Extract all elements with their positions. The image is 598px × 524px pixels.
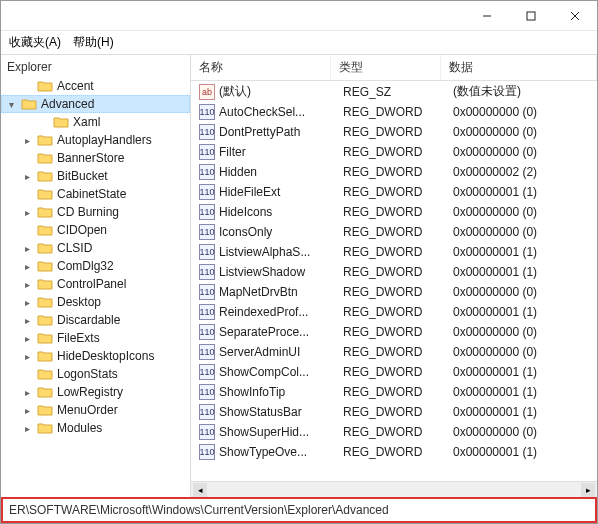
- folder-icon: [37, 403, 53, 417]
- value-name: (默认): [219, 83, 335, 100]
- expander-icon[interactable]: ▸: [21, 297, 33, 308]
- tree-item-label: ComDlg32: [57, 259, 114, 273]
- folder-icon: [37, 295, 53, 309]
- expander-icon[interactable]: ▸: [21, 387, 33, 398]
- tree-item-clsid[interactable]: ▸CLSID: [1, 239, 190, 257]
- value-data: 0x00000001 (1): [445, 405, 597, 419]
- tree-item-cd-burning[interactable]: ▸CD Burning: [1, 203, 190, 221]
- column-type[interactable]: 类型: [331, 55, 441, 80]
- registry-value-row[interactable]: 110ShowInfoTipREG_DWORD0x00000001 (1): [191, 382, 597, 402]
- list-body[interactable]: ab(默认)REG_SZ(数值未设置)110AutoCheckSel...REG…: [191, 81, 597, 481]
- value-data: 0x00000000 (0): [445, 145, 597, 159]
- expander-icon[interactable]: ▸: [21, 405, 33, 416]
- tree-item-discardable[interactable]: ▸Discardable: [1, 311, 190, 329]
- folder-icon: [37, 367, 53, 381]
- expander-icon[interactable]: ▸: [21, 351, 33, 362]
- dword-icon: 110: [199, 384, 215, 400]
- path-bar[interactable]: ER\SOFTWARE\Microsoft\Windows\CurrentVer…: [1, 497, 597, 523]
- registry-value-row[interactable]: 110FilterREG_DWORD0x00000000 (0): [191, 142, 597, 162]
- tree-item-lowregistry[interactable]: ▸LowRegistry: [1, 383, 190, 401]
- registry-value-row[interactable]: 110HideFileExtREG_DWORD0x00000001 (1): [191, 182, 597, 202]
- menubar: 收藏夹(A) 帮助(H): [1, 31, 597, 55]
- tree-item-cidopen[interactable]: CIDOpen: [1, 221, 190, 239]
- dword-icon: 110: [199, 364, 215, 380]
- column-data[interactable]: 数据: [441, 55, 597, 80]
- registry-value-row[interactable]: 110ShowSuperHid...REG_DWORD0x00000000 (0…: [191, 422, 597, 442]
- dword-icon: 110: [199, 404, 215, 420]
- value-data: 0x00000000 (0): [445, 345, 597, 359]
- tree-item-autoplayhandlers[interactable]: ▸AutoplayHandlers: [1, 131, 190, 149]
- registry-value-row[interactable]: 110MapNetDrvBtnREG_DWORD0x00000000 (0): [191, 282, 597, 302]
- tree-item-comdlg32[interactable]: ▸ComDlg32: [1, 257, 190, 275]
- menu-help[interactable]: 帮助(H): [73, 34, 114, 51]
- registry-value-row[interactable]: 110ShowTypeOve...REG_DWORD0x00000001 (1): [191, 442, 597, 462]
- expander-icon[interactable]: ▸: [21, 207, 33, 218]
- tree-item-modules[interactable]: ▸Modules: [1, 419, 190, 437]
- registry-value-row[interactable]: 110ShowCompCol...REG_DWORD0x00000001 (1): [191, 362, 597, 382]
- value-type: REG_DWORD: [335, 205, 445, 219]
- tree-item-bitbucket[interactable]: ▸BitBucket: [1, 167, 190, 185]
- value-type: REG_DWORD: [335, 425, 445, 439]
- tree-item-advanced[interactable]: ▾Advanced: [1, 95, 190, 113]
- expander-icon[interactable]: ▸: [21, 315, 33, 326]
- registry-value-row[interactable]: 110SeparateProce...REG_DWORD0x00000000 (…: [191, 322, 597, 342]
- tree-item-xaml[interactable]: Xaml: [1, 113, 190, 131]
- value-data: 0x00000001 (1): [445, 185, 597, 199]
- tree-item-menuorder[interactable]: ▸MenuOrder: [1, 401, 190, 419]
- tree-item-desktop[interactable]: ▸Desktop: [1, 293, 190, 311]
- expander-icon[interactable]: ▸: [21, 279, 33, 290]
- registry-value-row[interactable]: 110ListviewShadowREG_DWORD0x00000001 (1): [191, 262, 597, 282]
- menu-favorites[interactable]: 收藏夹(A): [9, 34, 61, 51]
- tree-item-hidedesktopicons[interactable]: ▸HideDesktopIcons: [1, 347, 190, 365]
- folder-icon: [37, 79, 53, 93]
- tree-item-bannerstore[interactable]: BannerStore: [1, 149, 190, 167]
- tree-item-label: Xaml: [73, 115, 100, 129]
- folder-icon: [37, 187, 53, 201]
- tree-item-accent[interactable]: Accent: [1, 77, 190, 95]
- value-data: 0x00000001 (1): [445, 385, 597, 399]
- expander-icon[interactable]: ▸: [21, 243, 33, 254]
- tree-item-label: Accent: [57, 79, 94, 93]
- registry-value-row[interactable]: 110HideIconsREG_DWORD0x00000000 (0): [191, 202, 597, 222]
- registry-value-row[interactable]: 110IconsOnlyREG_DWORD0x00000000 (0): [191, 222, 597, 242]
- value-data: (数值未设置): [445, 83, 597, 100]
- tree-item-logonstats[interactable]: LogonStats: [1, 365, 190, 383]
- minimize-button[interactable]: [465, 1, 509, 31]
- expander-icon[interactable]: ▸: [21, 171, 33, 182]
- registry-value-row[interactable]: 110DontPrettyPathREG_DWORD0x00000000 (0): [191, 122, 597, 142]
- expander-icon[interactable]: ▾: [5, 99, 17, 110]
- registry-value-row[interactable]: 110ReindexedProf...REG_DWORD0x00000001 (…: [191, 302, 597, 322]
- value-name: HideFileExt: [219, 185, 335, 199]
- expander-icon[interactable]: ▸: [21, 261, 33, 272]
- value-name: ShowSuperHid...: [219, 425, 335, 439]
- registry-value-row[interactable]: 110ServerAdminUIREG_DWORD0x00000000 (0): [191, 342, 597, 362]
- expander-icon[interactable]: ▸: [21, 333, 33, 344]
- scroll-left-icon[interactable]: ◂: [193, 483, 207, 497]
- value-type: REG_DWORD: [335, 125, 445, 139]
- value-name: SeparateProce...: [219, 325, 335, 339]
- column-name[interactable]: 名称: [191, 55, 331, 80]
- scroll-right-icon[interactable]: ▸: [581, 483, 595, 497]
- registry-value-row[interactable]: 110ListviewAlphaS...REG_DWORD0x00000001 …: [191, 242, 597, 262]
- tree-panel[interactable]: Explorer Accent▾AdvancedXaml▸AutoplayHan…: [1, 55, 191, 497]
- expander-icon[interactable]: ▸: [21, 135, 33, 146]
- maximize-button[interactable]: [509, 1, 553, 31]
- dword-icon: 110: [199, 144, 215, 160]
- horizontal-scrollbar[interactable]: ◂ ▸: [191, 481, 597, 497]
- value-type: REG_DWORD: [335, 105, 445, 119]
- value-type: REG_DWORD: [335, 165, 445, 179]
- tree-item-fileexts[interactable]: ▸FileExts: [1, 329, 190, 347]
- registry-value-row[interactable]: ab(默认)REG_SZ(数值未设置): [191, 81, 597, 102]
- tree-item-label: CLSID: [57, 241, 92, 255]
- close-button[interactable]: [553, 1, 597, 31]
- registry-value-row[interactable]: 110AutoCheckSel...REG_DWORD0x00000000 (0…: [191, 102, 597, 122]
- value-type: REG_DWORD: [335, 225, 445, 239]
- value-name: Hidden: [219, 165, 335, 179]
- tree-item-controlpanel[interactable]: ▸ControlPanel: [1, 275, 190, 293]
- tree-item-cabinetstate[interactable]: CabinetState: [1, 185, 190, 203]
- expander-icon[interactable]: ▸: [21, 423, 33, 434]
- folder-icon: [37, 223, 53, 237]
- dword-icon: 110: [199, 324, 215, 340]
- registry-value-row[interactable]: 110ShowStatusBarREG_DWORD0x00000001 (1): [191, 402, 597, 422]
- registry-value-row[interactable]: 110HiddenREG_DWORD0x00000002 (2): [191, 162, 597, 182]
